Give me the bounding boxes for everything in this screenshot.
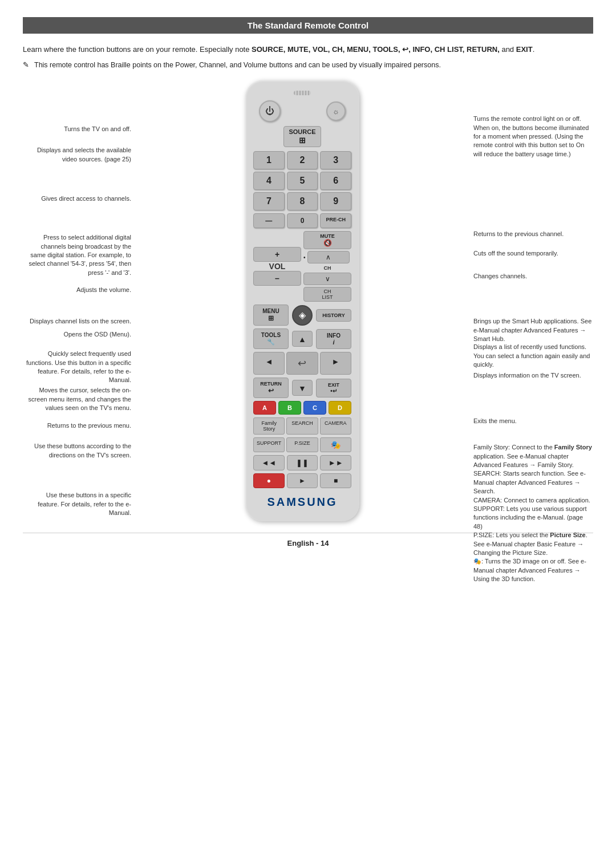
ann-source-label: Displays and selects the available video…	[26, 146, 131, 164]
down-button[interactable]: ▼	[292, 380, 313, 396]
ch-down-button[interactable]: ∨	[303, 273, 351, 285]
btn-2[interactable]: 2	[287, 151, 318, 169]
page-container: The Standard Remote Control Learn where …	[23, 17, 593, 547]
page-title: The Standard Remote Control	[23, 17, 593, 34]
fast-forward-button[interactable]: ►►	[320, 455, 351, 470]
fsc-row: Family Story SEARCH CAMERA	[253, 417, 351, 435]
btn-c[interactable]: C	[303, 401, 326, 415]
spp-row: SUPPORT P.SIZE 🎭	[253, 437, 351, 452]
ann-menu-label: Opens the OSD (Menu).	[26, 330, 131, 339]
zero-row: — 0 PRE-CH	[253, 213, 351, 228]
btn-1[interactable]: 1	[253, 151, 285, 169]
remote-control: ⏻ ☼ SOURCE ⊞ 1 2 3 4 5 6 7 8	[245, 80, 359, 521]
nav-right-button[interactable]: ►	[320, 352, 351, 375]
source-button[interactable]: SOURCE ⊞	[283, 126, 321, 147]
info-button[interactable]: INFO i	[316, 329, 351, 349]
dash-button[interactable]: —	[253, 213, 285, 228]
smart-hub-button[interactable]: ◈	[292, 305, 313, 326]
psr-row: ● ► ■	[253, 473, 351, 488]
camera-button[interactable]: CAMERA	[320, 417, 351, 435]
ann-smart-label: Brings up the Smart Hub applications. Se…	[473, 317, 593, 343]
ann-cursor-label: Moves the cursor, selects the on-screen …	[26, 386, 131, 412]
vol-block: + VOL –	[253, 247, 301, 286]
ann-fsc-label: Family Story: Connect to the Family Stor…	[473, 443, 593, 583]
vol-ch-section: + VOL – MUTE 🔇 • ∧	[253, 231, 351, 302]
psize-button[interactable]: P.SIZE	[286, 437, 318, 452]
ann-volume-label: Adjusts the volume.	[26, 286, 131, 294]
btn-9[interactable]: 9	[320, 192, 351, 210]
main-content: Turns the TV on and off. Displays and se…	[23, 80, 593, 521]
up-button[interactable]: ▲	[292, 331, 313, 347]
samsung-logo: SAMSUNG	[267, 496, 337, 509]
abcd-row: A B C D	[253, 401, 351, 415]
illumination-button[interactable]: ☼	[326, 102, 346, 121]
ann-history-label: Displays a list of recently used functio…	[473, 343, 593, 369]
support-button[interactable]: SUPPORT	[253, 437, 285, 452]
menu-button[interactable]: MENU ⊞	[253, 305, 289, 326]
left-annotations: Turns the TV on and off. Displays and se…	[23, 80, 137, 521]
nav-cross: ◄ ↩ ►	[253, 352, 351, 375]
ann-illum-label: Turns the remote control light on or off…	[473, 115, 593, 159]
nav-center-button[interactable]: ↩	[286, 352, 318, 375]
ann-ch-change-label: Changes channels.	[473, 272, 593, 281]
remote-wrapper: ⏻ ☼ SOURCE ⊞ 1 2 3 4 5 6 7 8	[137, 80, 468, 521]
vol-minus-button[interactable]: –	[253, 271, 301, 286]
history-button[interactable]: HISTORY	[316, 309, 351, 322]
rewind-button[interactable]: ◄◄	[253, 455, 285, 470]
ann-prev-ch-label: Returns to the previous channel.	[473, 230, 593, 238]
menu-history-row: MENU ⊞ ◈ HISTORY	[253, 305, 351, 326]
ann-return-label: Returns to the previous menu.	[26, 421, 131, 430]
intro-paragraph: Learn where the function buttons are on …	[23, 44, 593, 55]
return-exit-row: RETURN ↩ ▼ EXIT •↵	[253, 378, 351, 398]
speaker-grill	[294, 91, 311, 95]
btn-5[interactable]: 5	[287, 172, 318, 190]
vol-label: VOL	[269, 262, 286, 271]
power-illumination-row: ⏻ ☼	[253, 100, 351, 122]
btn-8[interactable]: 8	[287, 192, 318, 210]
stop-button[interactable]: ■	[320, 473, 351, 488]
family-story-button[interactable]: Family Story	[253, 417, 285, 435]
btn-d[interactable]: D	[329, 401, 351, 415]
ann-mute-label: Cuts off the sound temporarily.	[473, 249, 593, 258]
btn-4[interactable]: 4	[253, 172, 285, 190]
ann-exit-label: Exits the menu.	[473, 417, 593, 425]
prech-button[interactable]: PRE-CH	[320, 213, 351, 228]
pause-button[interactable]: ❚❚	[287, 455, 318, 470]
vol-plus-button[interactable]: +	[253, 247, 301, 262]
ann-direct-label: Gives direct access to channels.	[26, 194, 131, 203]
ann-power-label: Turns the TV on and off.	[26, 125, 131, 133]
media-row: ◄◄ ❚❚ ►►	[253, 455, 351, 470]
right-annotations: Turns the remote control light on or off…	[468, 80, 593, 521]
btn-b[interactable]: B	[278, 401, 301, 415]
ch-list-button[interactable]: CHLIST	[303, 287, 351, 302]
btn-3[interactable]: 3	[320, 151, 351, 169]
exit-button[interactable]: EXIT •↵	[316, 379, 351, 397]
ann-specific-label: Use these buttons in a specific feature.…	[26, 491, 131, 517]
number-grid: 1 2 3 4 5 6 7 8 9	[253, 151, 351, 210]
ann-info-label: Displays information on the TV screen.	[473, 371, 593, 380]
threed-button[interactable]: 🎭	[320, 437, 351, 452]
btn-a[interactable]: A	[253, 401, 276, 415]
nav-left-button[interactable]: ◄	[253, 352, 285, 375]
accessibility-note: This remote control has Braille points o…	[23, 60, 593, 71]
search-button[interactable]: SEARCH	[286, 417, 318, 435]
record-button[interactable]: ●	[253, 473, 285, 488]
btn-6[interactable]: 6	[320, 172, 351, 190]
tools-button[interactable]: TOOLS 🔧	[253, 328, 289, 349]
ann-digital-label: Press to select additional digital chann…	[26, 233, 131, 277]
ann-chlist-label: Displays channel lists on the screen.	[26, 317, 131, 326]
power-button[interactable]: ⏻	[259, 100, 281, 122]
btn-0[interactable]: 0	[287, 213, 318, 228]
ch-up-button[interactable]: ∧	[307, 251, 350, 263]
mute-ch-block: MUTE 🔇 • ∧ CH ∨ CHLIST	[303, 231, 351, 302]
ann-tools-label: Quickly select frequently used functions…	[26, 350, 131, 385]
btn-7[interactable]: 7	[253, 192, 285, 210]
mute-button[interactable]: MUTE 🔇	[303, 231, 351, 249]
tools-info-row: TOOLS 🔧 ▲ INFO i	[253, 328, 351, 349]
return-button[interactable]: RETURN ↩	[253, 378, 289, 398]
ann-abcd-label: Use these buttons according to the direc…	[26, 442, 131, 460]
play-button[interactable]: ►	[287, 473, 318, 488]
